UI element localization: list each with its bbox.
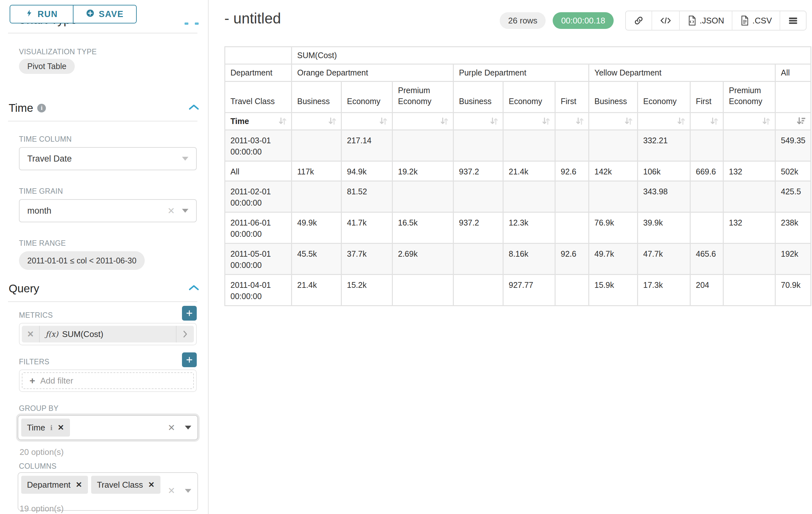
time-column-select[interactable]: Travel Date <box>19 147 197 170</box>
pivot-value-cell <box>454 275 503 306</box>
remove-tag-icon[interactable]: ✕ <box>57 423 64 432</box>
pivot-sort-header[interactable] <box>589 113 638 130</box>
pivot-class-header: Business <box>454 82 503 113</box>
pivot-sort-header[interactable] <box>556 113 589 130</box>
pivot-value-cell: 21.4k <box>292 275 342 306</box>
csv-file-icon <box>740 16 749 26</box>
pivot-value-cell <box>292 182 342 213</box>
pivot-class-header: Economy <box>503 82 556 113</box>
remove-metric-icon[interactable]: ✕ <box>22 326 40 343</box>
chevron-up-icon[interactable] <box>188 104 199 112</box>
pivot-value-cell <box>556 130 589 162</box>
expand-metric-icon[interactable] <box>176 326 194 343</box>
remove-tag-icon[interactable]: ✕ <box>148 480 154 489</box>
control-panel: Chart Type RUN SAVE VISUALIZATION TYPE P… <box>0 0 208 514</box>
add-filter-dropzone[interactable]: + Add filter <box>22 372 194 389</box>
columns-tag[interactable]: Department ✕ <box>21 476 88 494</box>
group-by-select[interactable]: Time i ✕ ✕ <box>18 415 198 440</box>
menu-button[interactable] <box>780 11 806 30</box>
share-link-button[interactable] <box>626 11 651 30</box>
pivot-row-label: 2011-04-0100:00:00 <box>225 275 292 306</box>
group-by-hint: 20 option(s) <box>20 447 63 457</box>
time-column-label: TIME COLUMN <box>19 135 71 143</box>
clear-icon[interactable]: ✕ <box>168 206 175 216</box>
export-json-button[interactable]: .JSON <box>679 11 732 30</box>
pivot-value-cell: 343.98 <box>638 182 691 213</box>
info-icon: i <box>50 424 53 432</box>
query-section-header[interactable]: Query <box>9 282 199 295</box>
pivot-value-cell: 70.9k <box>776 275 811 306</box>
pivot-class-header: Premium Economy <box>393 82 454 113</box>
sort-icon <box>278 116 287 126</box>
metric-name: SUM(Cost) <box>62 329 103 339</box>
pivot-row: All117k94.9k19.2k937.221.4k92.6142k106k6… <box>225 162 811 182</box>
export-csv-button[interactable]: .CSV <box>732 11 780 30</box>
pivot-sort-header[interactable]: Time <box>225 113 292 130</box>
pivot-value-cell: 41.7k <box>342 213 393 244</box>
pivot-class-header: Economy <box>638 82 691 113</box>
caret-down-icon <box>182 209 188 213</box>
pivot-value-cell: 37.7k <box>342 244 393 275</box>
pivot-sort-header[interactable] <box>292 113 342 130</box>
filters-field: + Add filter <box>19 370 197 392</box>
remove-tag-icon[interactable]: ✕ <box>76 480 82 489</box>
caret-down-icon[interactable] <box>185 489 191 493</box>
sort-icon <box>676 116 686 126</box>
clear-icon[interactable]: ✕ <box>168 485 175 496</box>
pivot-sort-header[interactable] <box>454 113 503 130</box>
pivot-sort-header[interactable] <box>342 113 393 130</box>
pivot-value-cell <box>454 244 503 275</box>
pivot-value-cell <box>724 130 776 162</box>
pivot-value-cell: 238k <box>776 213 811 244</box>
run-button[interactable]: RUN <box>10 5 73 23</box>
save-button[interactable]: SAVE <box>73 5 136 23</box>
pivot-department-header: Orange Department <box>292 64 454 82</box>
viz-type-chip[interactable]: Pivot Table <box>19 59 75 74</box>
pivot-value-cell: 937.2 <box>454 213 503 244</box>
hamburger-icon <box>788 16 798 25</box>
pivot-value-cell <box>691 213 724 244</box>
group-by-tag[interactable]: Time i ✕ <box>21 418 70 437</box>
pivot-row-label: 2011-06-0100:00:00 <box>225 213 292 244</box>
time-grain-select[interactable]: month ✕ <box>19 199 197 222</box>
pivot-value-cell: 49.7k <box>589 244 638 275</box>
time-section-header[interactable]: Time i <box>9 102 199 114</box>
sort-icon <box>709 116 719 126</box>
filters-label: FILTERS <box>19 357 50 366</box>
pivot-value-cell <box>724 275 776 306</box>
pivot-value-cell: 16.5k <box>393 213 454 244</box>
columns-tag[interactable]: Travel Class ✕ <box>91 476 161 494</box>
pivot-sort-header[interactable] <box>638 113 691 130</box>
pivot-sort-header[interactable] <box>691 113 724 130</box>
pivot-value-cell: 12.3k <box>503 213 556 244</box>
chart-title[interactable]: - untitled <box>224 10 281 27</box>
metric-item[interactable]: ✕ ƒ(x) SUM(Cost) <box>22 326 194 343</box>
query-section-title: Query <box>9 282 39 295</box>
columns-label: COLUMNS <box>19 462 57 470</box>
pivot-table: SUM(Cost)DepartmentOrange DepartmentPurp… <box>224 46 811 306</box>
sort-icon <box>439 116 449 126</box>
pivot-row: 2011-04-0100:00:0021.4k15.2k927.7715.9k1… <box>225 275 811 306</box>
pivot-value-cell <box>454 130 503 162</box>
pivot-value-cell: 92.6 <box>556 244 589 275</box>
add-metric-button[interactable] <box>182 306 197 321</box>
pivot-sort-header[interactable] <box>724 113 776 130</box>
add-filter-button[interactable] <box>182 352 197 367</box>
metrics-field: ✕ ƒ(x) SUM(Cost) <box>19 323 197 345</box>
view-query-button[interactable] <box>651 11 679 30</box>
pivot-value-cell <box>589 130 638 162</box>
sort-icon <box>541 116 551 126</box>
pivot-sort-header[interactable] <box>503 113 556 130</box>
time-range-chip[interactable]: 2011-01-01 ≤ col < 2011-06-30 <box>19 251 145 270</box>
lightning-icon <box>25 9 33 20</box>
pivot-sort-header[interactable] <box>393 113 454 130</box>
pivot-value-cell <box>556 275 589 306</box>
panel-divider <box>208 0 209 514</box>
pivot-value-cell: 2.69k <box>393 244 454 275</box>
pivot-sort-header[interactable] <box>776 113 811 130</box>
chevron-up-icon[interactable] <box>188 284 199 293</box>
caret-down-icon[interactable] <box>185 426 191 430</box>
sort-descending-icon <box>796 117 807 126</box>
clear-icon[interactable]: ✕ <box>168 423 175 433</box>
scrolled-control-icon <box>195 23 199 25</box>
